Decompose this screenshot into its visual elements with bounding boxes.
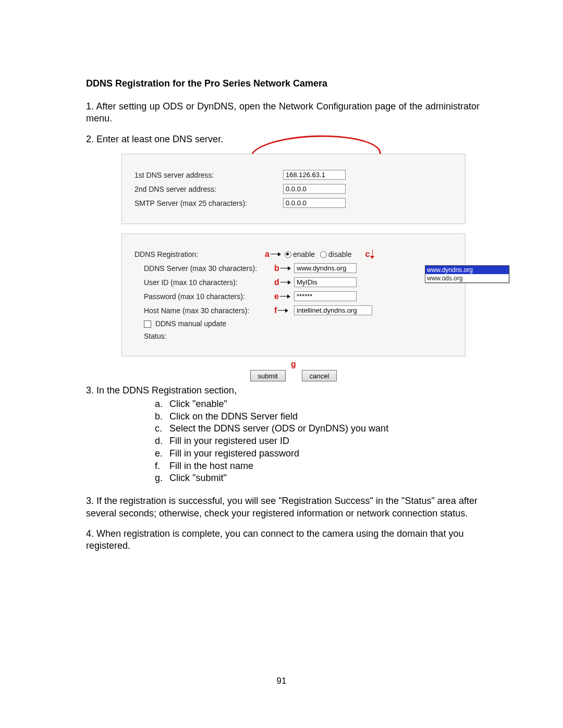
ddns-reg-label: DDNS Registration:: [134, 250, 265, 258]
dns1-label: 1st DNS server address:: [134, 171, 283, 179]
dns2-label: 2nd DNS server address:: [134, 185, 283, 193]
page: DDNS Registration for the Pro Series Net…: [0, 0, 563, 728]
dropdown-option-ods[interactable]: www.ods.org: [425, 274, 509, 282]
sub-a: Click "enable": [169, 398, 227, 411]
page-title: DDNS Registration for the Pro Series Net…: [86, 78, 480, 89]
dropdown-option-dyndns[interactable]: www.dyndns.org: [425, 266, 509, 274]
paragraph-4: 3. If the registration is successful, yo…: [86, 495, 480, 520]
annot-f: f: [274, 306, 277, 315]
smtp-label: SMTP Server (max 25 characters):: [134, 199, 283, 207]
dns-settings-panel: 1st DNS server address: 2nd DNS server a…: [121, 154, 466, 224]
arrow-icon: [280, 266, 291, 271]
enable-radio[interactable]: [285, 251, 291, 258]
paragraph-2: 2. Enter at least one DNS server.: [86, 133, 480, 145]
userid-input[interactable]: [294, 277, 357, 287]
dns1-input[interactable]: [283, 170, 346, 180]
userid-label: User ID (max 10 characters):: [134, 278, 274, 287]
paragraph-5: 4. When registration is complete, you ca…: [86, 528, 480, 552]
arrow-icon: [280, 280, 291, 285]
annot-b: b: [274, 264, 279, 273]
hostname-input[interactable]: [294, 305, 372, 315]
arrow-icon: [280, 294, 290, 299]
ddns-server-dropdown[interactable]: www.dyndns.org www.ods.org: [425, 265, 509, 283]
password-input[interactable]: [294, 291, 357, 301]
annot-a: a: [265, 250, 270, 259]
enable-label: enable: [293, 250, 315, 258]
sub-f: Fill in the host name: [169, 460, 253, 473]
hostname-label: Host Name (max 30 characters):: [134, 306, 274, 315]
smtp-input[interactable]: [283, 198, 346, 208]
ddns-server-label: DDNS Server (max 30 characters):: [134, 264, 274, 273]
sub-d: Fill in your registered user ID: [169, 435, 289, 448]
page-number: 91: [0, 676, 563, 686]
manual-update-label: DDNS manual update: [155, 319, 226, 328]
paragraph-3: 3. In the DDNS Registration section,: [86, 385, 480, 397]
disable-radio[interactable]: [320, 251, 327, 258]
sub-e: Fill in your registered password: [169, 448, 299, 460]
status-label: Status:: [134, 332, 274, 340]
sub-b: Click on the DDNS Server field: [169, 411, 298, 423]
annot-g: g: [121, 360, 466, 369]
paragraph-1: 1. After setting up ODS or DynDNS, open …: [86, 101, 480, 125]
manual-update-checkbox[interactable]: [144, 320, 151, 328]
password-label: Password (max 10 characters):: [134, 292, 274, 301]
button-row: g submit cancel: [121, 360, 466, 381]
sub-steps-list: a.Click "enable" b.Click on the DDNS Ser…: [155, 398, 480, 485]
ddns-server-input[interactable]: [294, 263, 357, 273]
arrow-down-icon: [371, 250, 375, 259]
annot-e: e: [274, 292, 279, 301]
annot-d: d: [274, 278, 279, 287]
ddns-registration-panel: DDNS Registration: a enable disable c: [121, 233, 466, 356]
sub-g: Click "submit": [169, 472, 227, 485]
sub-c: Select the DDNS server (ODS or DynDNS) y…: [169, 423, 388, 435]
dns2-input[interactable]: [283, 184, 346, 194]
cancel-button[interactable]: cancel: [302, 370, 337, 381]
disable-label: disable: [328, 250, 351, 258]
arrow-icon: [271, 252, 281, 257]
annot-c: c: [365, 250, 370, 259]
submit-button[interactable]: submit: [250, 370, 286, 381]
arrow-icon: [278, 308, 288, 313]
